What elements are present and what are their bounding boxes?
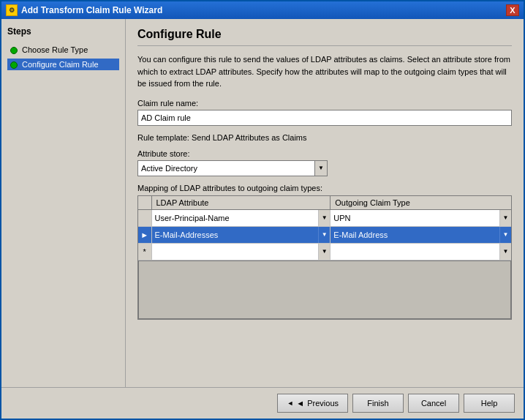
step-dot-2 — [10, 61, 18, 69]
col-ldap-header: LDAP Attribute — [151, 196, 331, 210]
previous-label: Previous — [307, 399, 339, 408]
rule-template-text: Rule template: Send LDAP Attributes as C… — [137, 133, 512, 142]
row-indicator-1 — [138, 209, 151, 226]
row-1-claim-cell: UPN ▼ — [331, 209, 511, 226]
finish-label: Finish — [367, 399, 388, 408]
row-1-claim-select-wrapper: UPN ▼ — [331, 210, 511, 226]
page-description: You can configure this rule to send the … — [137, 53, 512, 90]
mapping-table-container: LDAP Attribute Outgoing Claim Type User — [137, 195, 512, 320]
mapping-label: Mapping of LDAP attributes to outgoing c… — [137, 184, 512, 192]
window-title: Add Transform Claim Rule Wizard — [21, 5, 162, 15]
step-dot-1 — [10, 47, 18, 54]
table-row: User-Principal-Name ▼ UPN — [138, 209, 511, 226]
row-2-ldap-cell: E-Mail-Addresses ▼ — [151, 226, 331, 243]
row-3-ldap-select[interactable] — [152, 244, 331, 260]
row-2-ldap-select-wrapper: E-Mail-Addresses ▼ — [152, 227, 331, 243]
cancel-label: Cancel — [421, 399, 446, 408]
mapping-table: LDAP Attribute Outgoing Claim Type User — [138, 196, 511, 260]
row-2-ldap-select[interactable]: E-Mail-Addresses — [152, 227, 331, 243]
row-3-ldap-cell: ▼ — [151, 243, 331, 260]
title-bar-left: ⚙ Add Transform Claim Rule Wizard — [6, 4, 162, 16]
help-button[interactable]: Help — [464, 394, 515, 413]
row-3-ldap-select-wrapper: ▼ — [152, 244, 331, 260]
col-indicator-header — [138, 196, 151, 210]
left-panel: Steps Choose Rule Type Configure Claim R… — [1, 19, 126, 387]
sidebar-item-choose-rule-type[interactable]: Choose Rule Type — [7, 44, 119, 56]
row-1-ldap-cell: User-Principal-Name ▼ — [151, 209, 331, 226]
help-label: Help — [481, 399, 498, 408]
row-2-claim-select[interactable]: E-Mail Address — [331, 227, 511, 243]
row-3-claim-cell: ▼ — [331, 243, 511, 260]
previous-button[interactable]: ◄ Previous — [277, 394, 348, 413]
claim-rule-name-label: Claim rule name: — [137, 99, 512, 108]
attribute-store-select[interactable]: Active Directory — [137, 160, 328, 176]
row-3-claim-select[interactable] — [331, 244, 511, 260]
attribute-store-select-wrapper: Active Directory ▼ — [137, 160, 328, 176]
sidebar-item-configure-claim-rule[interactable]: Configure Claim Rule — [7, 59, 119, 70]
bottom-bar: ◄ Previous Finish Cancel Help — [1, 387, 524, 419]
finish-button[interactable]: Finish — [352, 394, 404, 413]
prev-arrow-icon: ◄ — [296, 399, 304, 408]
main-window: ⚙ Add Transform Claim Rule Wizard X Step… — [0, 0, 525, 420]
title-bar: ⚙ Add Transform Claim Rule Wizard X — [1, 1, 524, 19]
table-row: * ▼ — [138, 243, 511, 260]
table-gray-area — [138, 260, 511, 319]
attribute-store-label: Attribute store: — [137, 149, 512, 158]
page-title: Configure Rule — [137, 28, 512, 46]
row-2-claim-cell: E-Mail Address ▼ — [331, 226, 511, 243]
step-label-1: Choose Rule Type — [22, 45, 88, 54]
step-label-2: Configure Claim Rule — [22, 60, 99, 69]
row-3-claim-select-wrapper: ▼ — [331, 244, 511, 260]
claim-rule-name-input[interactable] — [137, 110, 512, 126]
content-area: Steps Choose Rule Type Configure Claim R… — [1, 19, 524, 387]
window-icon: ⚙ — [6, 4, 18, 16]
right-panel: Configure Rule You can configure this ru… — [126, 19, 524, 387]
col-claim-header: Outgoing Claim Type — [331, 196, 511, 210]
row-1-claim-select[interactable]: UPN — [331, 210, 511, 226]
steps-title: Steps — [7, 26, 119, 37]
row-1-ldap-select-wrapper: User-Principal-Name ▼ — [152, 210, 331, 226]
row-2-claim-select-wrapper: E-Mail Address ▼ — [331, 227, 511, 243]
row-indicator-2: ► — [138, 226, 151, 243]
table-row: ► E-Mail-Addresses ▼ — [138, 226, 511, 243]
row-indicator-3: * — [138, 243, 151, 260]
row-1-ldap-select[interactable]: User-Principal-Name — [152, 210, 331, 226]
close-button[interactable]: X — [506, 4, 519, 16]
cancel-button[interactable]: Cancel — [408, 394, 459, 413]
